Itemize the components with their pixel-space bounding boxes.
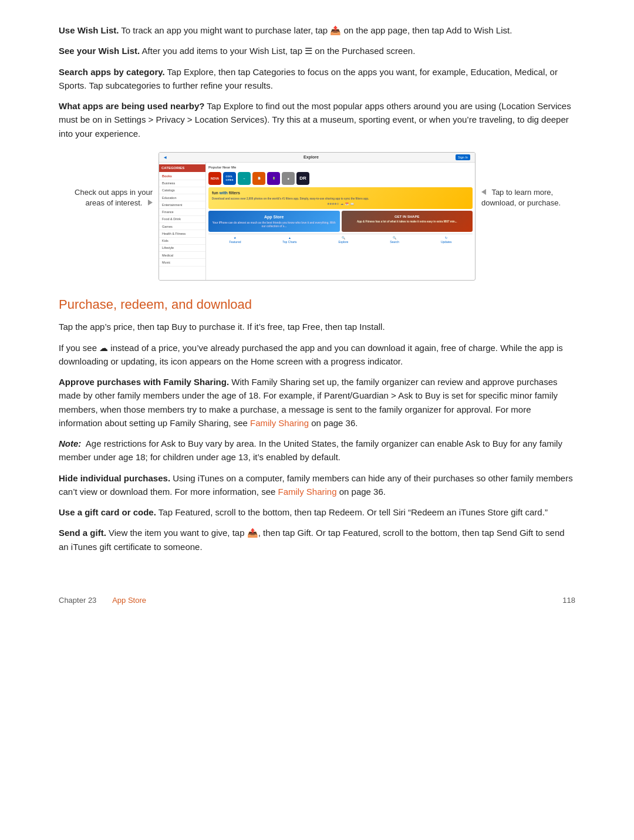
mock-fun-desc: Download and access over 2,000 photos on… <box>212 197 469 201</box>
mock-two-banners: App Store Your iPhone can do almost as m… <box>208 211 473 231</box>
mock-nav-health: Health & Fitness <box>159 230 205 237</box>
mock-nav-games: Games <box>159 223 205 230</box>
caption-right: Tap to learn more, download, or purchase… <box>476 152 575 208</box>
mock-nav-lifestyle: Lifestyle <box>159 245 205 252</box>
mock-nav-books: Books <box>159 173 205 180</box>
screenshot-section: Check out apps in your areas of interest… <box>59 152 575 281</box>
chapter-word: Chapter <box>59 596 86 605</box>
chapter-number: 23 <box>88 596 96 605</box>
caption-arrow-left-icon <box>481 189 486 195</box>
mock-tab-bar: ★Featured ▲Top Charts 🔍Explore 🔍Search ↻… <box>208 234 473 247</box>
mock-shape-banner: GET IN SHAPE App & Fitness has a lot of … <box>342 211 473 231</box>
section-para-send-gift: Send a gift. View the item you want to g… <box>59 526 575 554</box>
section-heading: Purchase, redeem, and download <box>59 295 575 314</box>
mock-banner-fun: fun with filters Download and access ove… <box>208 187 473 209</box>
bold-hide: Hide individual purchases. <box>59 473 170 483</box>
mock-nav-finance: Finance <box>159 209 205 216</box>
mock-tab-featured: ★Featured <box>229 236 241 245</box>
bold-see-wish-list: See your Wish List. <box>59 46 140 56</box>
mock-popular-header: Popular Near Me <box>208 165 473 170</box>
mock-tab-updates: ↻Updates <box>441 236 452 245</box>
mock-nav-catalogs: Catalogs <box>159 187 205 194</box>
page-content: Use Wish List. To track an app you might… <box>59 23 575 606</box>
footer-chapter-label: Chapter 23 <box>59 595 96 606</box>
mock-appstore-desc: Your iPhone can do almost as much as the… <box>211 221 338 228</box>
caption-right-text: Tap to learn more, download, or purchase… <box>481 188 561 207</box>
page-footer: Chapter 23 App Store 118 <box>59 589 575 606</box>
mock-nav-music: Music <box>159 259 205 266</box>
mock-back-btn: ◀ <box>164 155 167 160</box>
mock-fun-meta: ★★★★☆☁📅📖 <box>212 203 469 207</box>
mock-nav-entertainment: Entertainment <box>159 201 205 208</box>
mock-tab-explore: 🔍Explore <box>338 236 348 245</box>
mock-shape-desc: App & Fitness has a lot of what it takes… <box>344 220 471 224</box>
caption-left-text: Check out apps in your areas of interest… <box>75 188 153 207</box>
mock-tab-top-charts: ▲Top Charts <box>282 236 296 245</box>
bold-search-category: Search apps by category. <box>59 67 165 77</box>
mock-explore-title: Explore <box>303 154 319 161</box>
paragraph-nearby: What apps are being used nearby? Tap Exp… <box>59 99 575 140</box>
mock-nav-business: Business <box>159 180 205 187</box>
section-para-gift-card: Use a gift card or code. Tap Featured, s… <box>59 505 575 519</box>
mock-signin-btn: Sign In <box>456 154 470 160</box>
mock-app-icon-book: 📄 <box>252 172 265 185</box>
caption-arrow-right-icon <box>148 200 153 205</box>
family-sharing-link-2[interactable]: Family Sharing <box>278 487 337 497</box>
note-label: Note: <box>59 438 81 448</box>
section-para-2: If you see ☁ instead of a price, you’ve … <box>59 341 575 369</box>
mock-nav-medical: Medical <box>159 252 205 259</box>
footer-chapter: Chapter 23 App Store <box>59 595 146 606</box>
family-sharing-link-1[interactable]: Family Sharing <box>250 418 309 428</box>
section-para-1: Tap the app’s price, then tap Buy to pur… <box>59 320 575 333</box>
mock-icons-row: NOVA COOLCITIES ~ 📄 🔋 ■ DR <box>208 172 473 185</box>
mock-right-content: Popular Near Me NOVA COOLCITIES ~ 📄 🔋 ■ … <box>206 163 475 280</box>
mock-appstore-text: App Store <box>264 215 284 219</box>
paragraph-see-wish-list: See your Wish List. After you add items … <box>59 44 575 58</box>
section-para-family-sharing: Approve purchases with Family Sharing. W… <box>59 375 575 430</box>
footer-divider <box>101 595 107 606</box>
mock-device: ◀ Explore Sign In CATEGORIES Books Busin… <box>158 152 476 281</box>
bold-family-sharing: Approve purchases with Family Sharing. <box>59 377 229 387</box>
mock-nav-kids: Kids <box>159 238 205 245</box>
paragraph-wish-list: Use Wish List. To track an app you might… <box>59 23 575 37</box>
paragraph-search-category: Search apps by category. Tap Explore, th… <box>59 65 575 93</box>
section-para-hide: Hide individual purchases. Using iTunes … <box>59 471 575 499</box>
footer-chapter-name: App Store <box>112 595 146 606</box>
section-para-note: Note: Age restrictions for Ask to Buy va… <box>59 437 575 464</box>
bold-send-gift: Send a gift. <box>59 528 106 538</box>
mock-app-icon-cities: COOLCITIES <box>223 172 236 185</box>
mock-fun-text: fun with filters <box>212 191 240 195</box>
mock-categories-header: CATEGORIES <box>159 164 205 172</box>
bold-gift-card: Use a gift card or code. <box>59 507 156 517</box>
footer-page-number: 118 <box>562 595 575 606</box>
mock-app-icon-night: ~ <box>238 172 251 185</box>
caption-left: Check out apps in your areas of interest… <box>59 152 158 208</box>
mock-left-nav: CATEGORIES Books Business Catalogs Educa… <box>159 163 206 280</box>
mock-nav-education: Education <box>159 194 205 201</box>
mock-shape-text: GET IN SHAPE <box>394 215 419 218</box>
mock-body: CATEGORIES Books Business Catalogs Educa… <box>159 163 475 280</box>
mock-appstore-banner: App Store Your iPhone can do almost as m… <box>208 211 340 231</box>
bold-wish-list: Use Wish List. <box>59 25 119 35</box>
mock-app-icon-thriller: 🔋 <box>267 172 280 185</box>
mock-app-icon-nova: NOVA <box>208 172 221 185</box>
mock-app-icon-dr: DR <box>296 172 309 185</box>
mock-tab-search: 🔍Search <box>390 236 399 245</box>
mock-app-icon-puzzles: ■ <box>282 172 295 185</box>
mock-nav-food: Food & Drink <box>159 216 205 223</box>
bold-nearby: What apps are being used nearby? <box>59 101 204 111</box>
mock-top-nav: ◀ Explore Sign In <box>159 153 475 163</box>
